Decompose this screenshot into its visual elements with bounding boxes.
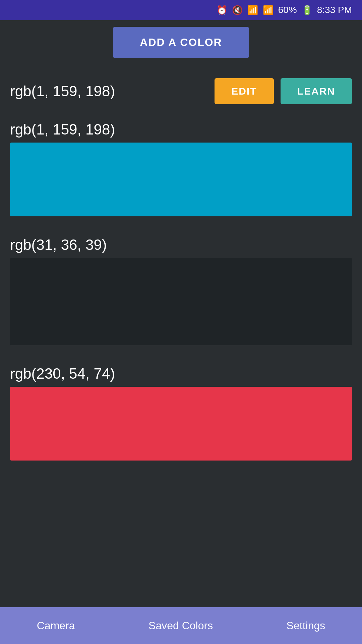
nav-item-saved-colors[interactable]: Saved Colors	[135, 613, 226, 639]
wifi-icon: 📶	[247, 5, 258, 15]
alarm-icon: ⏰	[217, 5, 227, 15]
color-label-2: rgb(1, 159, 198)	[10, 121, 352, 138]
bottom-nav: Camera Saved Colors Settings	[0, 607, 362, 644]
nav-item-camera[interactable]: Camera	[23, 613, 88, 639]
color-swatch-4[interactable]	[10, 387, 352, 461]
add-color-button[interactable]: ADD A COLOR	[113, 27, 249, 58]
mute-icon: 🔇	[232, 5, 243, 15]
color-entry-3: rgb(31, 36, 39)	[10, 236, 352, 355]
color-swatch-3[interactable]	[10, 258, 352, 345]
color-entry-4: rgb(230, 54, 74)	[10, 365, 352, 471]
add-color-container: ADD A COLOR	[10, 20, 352, 78]
signal-icon: 📶	[263, 5, 274, 15]
color-label-1: rgb(1, 159, 198)	[10, 83, 115, 100]
learn-button-1[interactable]: LEARN	[281, 78, 352, 104]
battery-text: 60%	[278, 5, 297, 15]
color-label-4: rgb(230, 54, 74)	[10, 365, 352, 382]
main-content: ADD A COLOR rgb(1, 159, 198) EDIT LEARN …	[0, 20, 362, 481]
color-label-3: rgb(31, 36, 39)	[10, 236, 352, 253]
nav-item-settings[interactable]: Settings	[273, 613, 339, 639]
color-1-buttons: EDIT LEARN	[215, 78, 352, 104]
status-bar: ⏰ 🔇 📶 📶 60% 🔋 8:33 PM	[0, 0, 362, 20]
color-swatch-2[interactable]	[10, 143, 352, 216]
time-text: 8:33 PM	[317, 5, 352, 15]
status-icons: ⏰ 🔇 📶 📶 60% 🔋 8:33 PM	[217, 5, 352, 15]
battery-icon: 🔋	[302, 5, 312, 15]
edit-button-1[interactable]: EDIT	[215, 78, 274, 104]
color-label-row-1: rgb(1, 159, 198) EDIT LEARN	[10, 78, 352, 104]
color-entry-2: rgb(1, 159, 198)	[10, 121, 352, 226]
color-entry-1: rgb(1, 159, 198) EDIT LEARN	[10, 78, 352, 111]
